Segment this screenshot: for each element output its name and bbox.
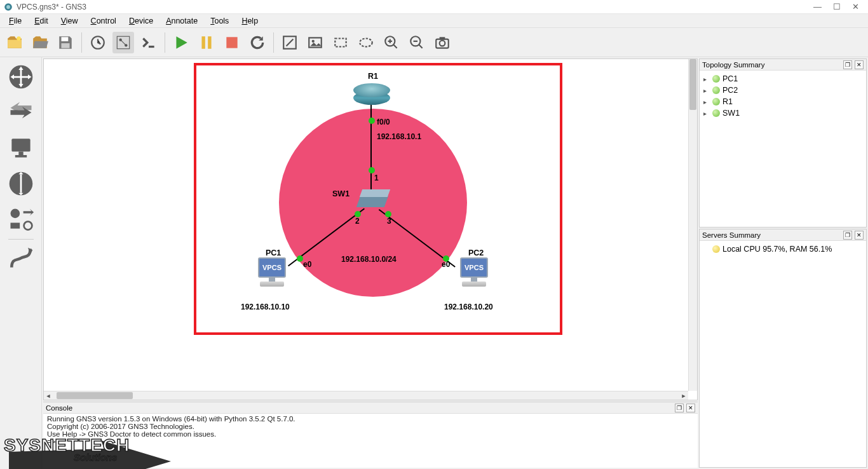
servers-close-button[interactable]: ✕ <box>855 231 864 240</box>
vertical-scrollbar[interactable] <box>688 59 697 391</box>
pc2-iface: e0 <box>442 260 450 269</box>
menu-device[interactable]: Device <box>124 15 158 27</box>
end-devices-button[interactable] <box>4 131 38 165</box>
svg-rect-24 <box>18 152 23 156</box>
pc2-label[interactable]: PC2 <box>468 248 484 257</box>
sw1-p1: 1 <box>374 173 379 182</box>
zoom-in-button[interactable] <box>381 32 402 53</box>
routers-button[interactable] <box>4 60 38 94</box>
menu-view[interactable]: View <box>56 15 83 27</box>
svg-point-27 <box>10 209 20 219</box>
topology-item-pc1[interactable]: ▸PC1 <box>703 73 862 85</box>
network-label: 192.168.10.0/24 <box>341 255 397 264</box>
port-r1-f00 <box>369 118 375 124</box>
menu-edit[interactable]: Edit <box>29 15 53 27</box>
open-project-button[interactable] <box>29 32 51 53</box>
device-dock <box>0 57 42 469</box>
pc2-ip: 192.168.10.20 <box>444 302 493 311</box>
node-sw1[interactable] <box>358 189 386 207</box>
status-dot-icon <box>712 109 720 117</box>
status-dot-icon <box>712 245 720 253</box>
r1-ip: 192.168.10.1 <box>377 132 421 141</box>
menu-tools[interactable]: Tools <box>205 15 234 27</box>
svg-point-20 <box>440 40 445 46</box>
console-panel: Console ❐ ✕ Running GNS3 version 1.5.3 o… <box>43 402 698 468</box>
link-button[interactable] <box>4 242 38 276</box>
toolbar <box>0 28 868 57</box>
console-close-button[interactable]: ✕ <box>686 404 695 412</box>
screenshot-button[interactable] <box>431 32 453 53</box>
close-button[interactable]: ✕ <box>852 2 859 11</box>
server-local[interactable]: Local CPU 95.7%, RAM 56.1% <box>703 243 862 255</box>
pause-button[interactable] <box>196 32 217 53</box>
window-controls: — ☐ ✕ <box>813 2 864 11</box>
servers-undock-button[interactable]: ❐ <box>843 231 852 240</box>
console-line-3: Use Help -> GNS3 Doctor to detect common… <box>47 430 694 438</box>
status-dot-icon <box>712 98 720 105</box>
servers-title: Servers Summary <box>702 231 761 239</box>
zoom-out-button[interactable] <box>406 32 428 53</box>
stop-button[interactable] <box>221 32 243 53</box>
maximize-button[interactable]: ☐ <box>833 2 841 11</box>
topology-item-r1[interactable]: ▸R1 <box>703 96 862 107</box>
clock-button[interactable] <box>87 32 109 53</box>
image-button[interactable] <box>304 32 326 53</box>
node-pc2[interactable]: VPCS <box>457 257 491 290</box>
switches-button[interactable] <box>4 95 38 130</box>
console-header: Console ❐ ✕ <box>43 402 698 414</box>
sw1-label[interactable]: SW1 <box>332 189 349 198</box>
svg-point-16 <box>360 38 372 46</box>
menu-help[interactable]: Help <box>236 15 263 27</box>
pc1-label[interactable]: PC1 <box>266 248 281 257</box>
node-pc1[interactable]: VPCS <box>255 257 289 290</box>
servers-list[interactable]: Local CPU 95.7%, RAM 56.1% <box>700 241 866 257</box>
canvas-wrap: R1 f0/0 192.168.10.1 SW1 1 2 3 192.168.1… <box>43 58 698 400</box>
console-line-2: Copyright (c) 2006-2017 GNS3 Technologie… <box>47 423 694 430</box>
sw1-p3: 3 <box>387 217 391 226</box>
topology-tree[interactable]: ▸PC1 ▸PC2 ▸R1 ▸SW1 <box>700 71 866 121</box>
console-line-1: Running GNS3 version 1.5.3 on Windows (6… <box>47 415 694 423</box>
scroll-left-arrow[interactable]: ◄ <box>44 391 53 400</box>
svg-point-2 <box>17 36 21 41</box>
ellipse-button[interactable] <box>355 32 377 53</box>
pc2-badge: VPCS <box>460 257 488 278</box>
console-undock-button[interactable]: ❐ <box>675 404 684 412</box>
grid-button[interactable] <box>112 32 134 53</box>
pc1-ip: 192.168.10.10 <box>241 302 290 311</box>
menu-file[interactable]: File <box>4 15 27 27</box>
annotate-button[interactable] <box>279 32 301 53</box>
minimize-button[interactable]: — <box>813 2 822 11</box>
save-project-button[interactable] <box>55 32 76 53</box>
node-r1[interactable] <box>353 83 390 105</box>
topology-title: Topology Summary <box>702 61 764 69</box>
scroll-right-arrow[interactable]: ► <box>679 391 688 400</box>
svg-point-1 <box>6 5 10 9</box>
start-button[interactable] <box>170 32 192 53</box>
menu-control[interactable]: Control <box>86 15 121 27</box>
status-dot-icon <box>712 75 720 83</box>
servers-panel: Servers Summary ❐ ✕ Local CPU 95.7%, RAM… <box>699 229 867 468</box>
pc1-iface: e0 <box>303 260 311 269</box>
topology-undock-button[interactable]: ❐ <box>843 60 852 69</box>
topology-item-sw1[interactable]: ▸SW1 <box>703 107 862 119</box>
horizontal-scrollbar[interactable]: ◄ ► <box>44 391 688 400</box>
pc1-badge: VPCS <box>258 257 286 278</box>
console-body[interactable]: Running GNS3 version 1.5.3 on Windows (6… <box>43 414 698 468</box>
console-button[interactable] <box>138 32 159 53</box>
console-prompt: => <box>47 438 694 445</box>
all-devices-button[interactable] <box>4 202 38 236</box>
svg-rect-3 <box>62 37 69 41</box>
svg-rect-25 <box>15 155 26 158</box>
svg-rect-10 <box>208 36 211 49</box>
r1-label[interactable]: R1 <box>368 72 378 81</box>
svg-rect-4 <box>62 43 70 48</box>
topology-close-button[interactable]: ✕ <box>855 60 864 69</box>
reload-button[interactable] <box>247 32 268 53</box>
rect-button[interactable] <box>330 32 351 53</box>
security-button[interactable] <box>4 167 38 201</box>
topology-canvas[interactable]: R1 f0/0 192.168.10.1 SW1 1 2 3 192.168.1… <box>44 59 688 391</box>
right-column: Topology Summary ❐ ✕ ▸PC1 ▸PC2 ▸R1 ▸SW1 … <box>699 57 868 469</box>
topology-item-pc2[interactable]: ▸PC2 <box>703 85 862 96</box>
new-project-button[interactable] <box>4 32 25 53</box>
menu-annotate[interactable]: Annotate <box>161 15 203 27</box>
